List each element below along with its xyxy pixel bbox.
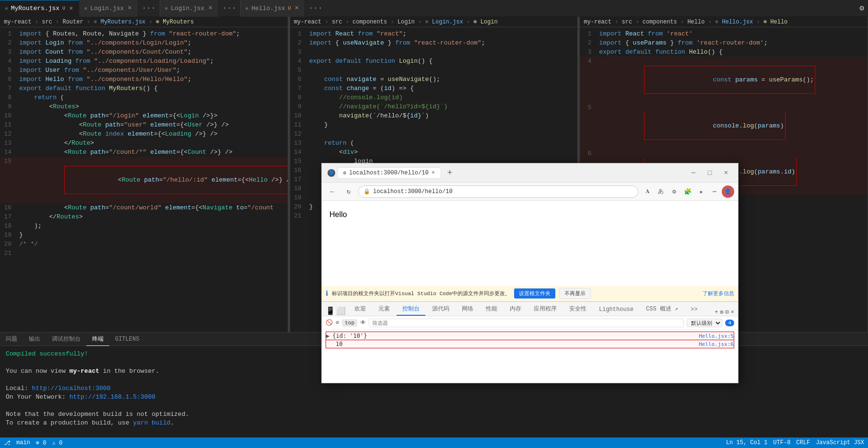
line-ending[interactable]: CRLF (796, 439, 810, 446)
expand-icon[interactable]: ▶ (326, 333, 329, 339)
tab-myrouters-close[interactable]: × (68, 5, 74, 12)
devtools-tab-memory[interactable]: 内存 (504, 303, 527, 316)
filter-icon[interactable]: ⊘ (336, 319, 339, 326)
browser-tab-favicon: ⚙ (343, 170, 346, 176)
code-line: 12 (290, 129, 578, 138)
tab-login[interactable]: ⚛ Login.jsx × (79, 0, 138, 17)
code-line: 6import Hello from "../components/Hello/… (0, 75, 288, 84)
devtools-tab-css[interactable]: CSS 概述 ↗ (640, 303, 684, 316)
code-line: 19} (0, 230, 288, 240)
breadcrumb-1: my-react › src › Router › ⚛ MyRouters.js… (0, 17, 288, 27)
nav-refresh[interactable]: ↻ (342, 185, 355, 198)
encoding[interactable]: UTF-8 (773, 439, 790, 446)
devtools-tab-security[interactable]: 安全性 (563, 303, 592, 316)
devtools-close-icon[interactable]: × (731, 309, 734, 316)
vscode-bar-message: 标识项目的根文件夹以打开Visual Studio Code中的源文件并同步更改… (332, 290, 510, 297)
code-line: 2import { useParams } from 'react-router… (580, 38, 868, 47)
top-label[interactable]: top (342, 319, 357, 327)
terminal-line: Note that the development build is not o… (6, 410, 862, 419)
tab-hello-label: Hello.jsx (251, 5, 285, 12)
tab-login-close[interactable]: × (127, 4, 132, 12)
code-area-1[interactable]: 1import { Routes, Route, Navigate } from… (0, 27, 288, 332)
browser-tab-close[interactable]: × (432, 170, 435, 176)
devtools-tab-welcome[interactable]: 欢迎 (349, 303, 372, 316)
dont-show-btn[interactable]: 不再显示 (559, 288, 591, 299)
code-line: 8 //console.log(id) (290, 93, 578, 102)
line-col[interactable]: Ln 15, Col 1 (726, 439, 767, 446)
bottom-tab-terminal[interactable]: 终端 (86, 333, 109, 346)
devtools-share-icon[interactable]: ⊡ (726, 309, 729, 316)
console-row-2[interactable]: 10 Hello.jsx:6 (326, 340, 734, 348)
devtools-tabs: 📱 ⬜ 欢迎 元素 控制台 源代码 网络 性能 内存 应用程序 安全性 Ligh… (322, 302, 738, 316)
browser-profile[interactable]: 👤 (722, 185, 734, 198)
browser-more-icon[interactable]: ⋯ (708, 185, 721, 198)
devtools-tab-more[interactable]: >> (685, 304, 703, 316)
tab-more-btn3[interactable]: ··· (305, 4, 327, 12)
devtools-tab-console[interactable]: 控制台 (397, 303, 425, 316)
console-link-1[interactable]: Hello.jsx:5 (699, 333, 734, 339)
bottom-tab-problems[interactable]: 问题 (0, 333, 23, 346)
browser-fav-icon[interactable]: ★ (695, 185, 707, 198)
devtools-settings-icon[interactable]: ⚙ (720, 309, 723, 316)
new-tab-btn[interactable]: + (443, 166, 457, 180)
devtools-plus-icon[interactable]: + (715, 309, 718, 316)
code-line: 5 console.log(params) (580, 103, 868, 149)
window-maximize[interactable]: □ (704, 167, 716, 179)
devtools-tab-source[interactable]: 源代码 (426, 303, 455, 316)
read-aloud-icon[interactable]: 𝐀 (641, 185, 654, 198)
eye-icon[interactable]: 👁 (360, 319, 366, 326)
devtools-tab-network[interactable]: 网络 (456, 303, 479, 316)
bottom-tab-gitlens[interactable]: GITLENS (109, 333, 145, 346)
code-line: 4import Loading from "../components/Load… (0, 57, 288, 66)
git-branch[interactable]: main (16, 439, 30, 446)
code-line: 21 (0, 249, 288, 258)
branch-icon: ⎇ (4, 439, 11, 447)
window-close[interactable]: × (720, 167, 732, 179)
set-root-folder-btn[interactable]: 设置根文件夹 (514, 288, 555, 299)
devtools-tab-app[interactable]: 应用程序 (528, 303, 563, 316)
tab-login2-label: Login.jsx (171, 5, 204, 12)
devtools-tab-lighthouse[interactable]: Lighthouse (593, 304, 639, 316)
tab-more-btn2[interactable]: ··· (219, 4, 240, 12)
vscode-suggestion-bar: ℹ 标识项目的根文件夹以打开Visual Studio Code中的源文件并同步… (322, 286, 738, 301)
tab-login2-close[interactable]: × (207, 4, 213, 12)
count-badge: 4 (725, 320, 734, 326)
window-minimize[interactable]: ─ (687, 167, 700, 179)
console-link-2[interactable]: Hello.jsx:6 (699, 341, 734, 347)
info-icon: ℹ (326, 289, 328, 298)
tab-login2[interactable]: ⚛ Login.jsx × (160, 0, 219, 17)
clear-console-icon[interactable]: 🚫 (326, 319, 333, 326)
url-bar[interactable]: 🔒 localhost:3000/hello/10 (358, 185, 638, 198)
language[interactable]: JavaScript JSX (816, 439, 864, 446)
learn-more-link[interactable]: 了解更多信息 (703, 290, 734, 297)
code-line: 4export default function Login() { (290, 57, 578, 66)
code-line: 11 } (290, 120, 578, 129)
bottom-tab-debug[interactable]: 调试控制台 (46, 333, 86, 346)
browser-active-tab[interactable]: ⚙ localhost:3000/hello/10 × (337, 167, 441, 179)
code-line: 20/* */ (0, 240, 288, 249)
code-line: 3 (290, 47, 578, 57)
tab-myrouters[interactable]: ⚛ MyRouters.jsx U × (0, 0, 79, 17)
console-filter-input[interactable] (369, 319, 684, 327)
code-line: 2import { useNavigate } from "react-rout… (290, 38, 578, 47)
log-level-select[interactable]: 默认级别 (687, 319, 722, 327)
terminal-line: On Your Network: http://192.168.1.5:3000 (6, 393, 862, 402)
browser-ext-icon[interactable]: 🧩 (681, 185, 694, 198)
settings-icon[interactable]: ⚙ (856, 2, 868, 14)
nav-back[interactable]: ← (326, 185, 339, 198)
tab-hello-modified: U (288, 6, 291, 11)
devtools-tab-perf[interactable]: 性能 (480, 303, 503, 316)
devtools-mobile-icon[interactable]: 📱 (326, 306, 335, 316)
jsx-icon3: ⚛ (165, 5, 168, 11)
translate-icon[interactable]: あ (655, 185, 667, 198)
browser-settings-icon[interactable]: ⚙ (668, 185, 680, 198)
tab-hello[interactable]: ⚛ Hello.jsx U × (241, 0, 305, 17)
tab-more-btn[interactable]: ··· (138, 4, 160, 12)
tab-hello-close[interactable]: × (293, 4, 299, 12)
code-line: 4 const params = useParams(); (580, 57, 868, 103)
devtools-tab-elements[interactable]: 元素 (373, 303, 396, 316)
bottom-tab-output[interactable]: 输出 (23, 333, 46, 346)
tab-login-label: Login.jsx (90, 5, 124, 12)
console-row-1[interactable]: ▶ {id: '10'} Hello.jsx:5 (326, 332, 734, 340)
devtools-select-icon[interactable]: ⬜ (336, 306, 346, 316)
